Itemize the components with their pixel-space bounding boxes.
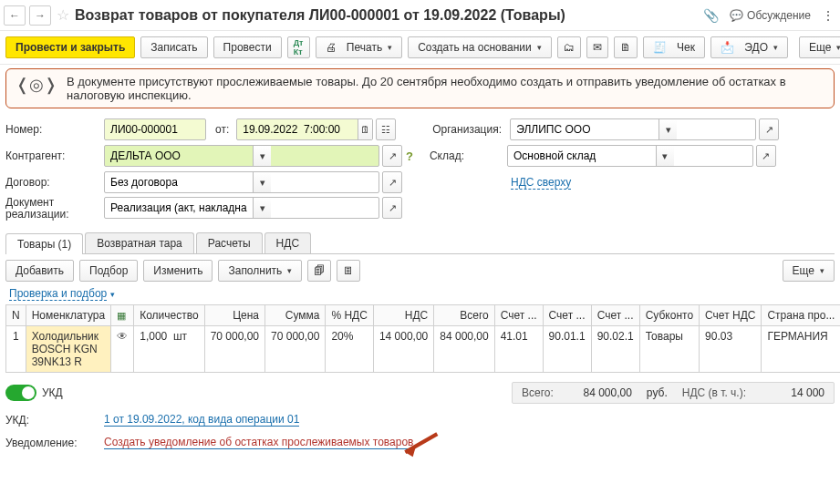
- ukd-link[interactable]: 1 от 19.09.2022, код вида операции 01: [104, 413, 299, 427]
- nav-forward-button[interactable]: →: [29, 5, 51, 26]
- more-menu-icon[interactable]: ⋮: [822, 8, 835, 23]
- dog-open-button[interactable]: ↗: [382, 171, 402, 193]
- fill-button[interactable]: Заполнить▾: [218, 260, 302, 282]
- edit-button[interactable]: Изменить: [143, 260, 213, 282]
- check-and-pick-link[interactable]: Проверка и подбор: [9, 287, 107, 301]
- cell-nomenclature[interactable]: Холодильник BOSCH KGN 39NK13 R: [26, 326, 111, 373]
- chevron-down-icon[interactable]: ▾: [253, 146, 271, 166]
- tab-return-container[interactable]: Возвратная тара: [85, 232, 194, 253]
- wh-open-button[interactable]: ↗: [756, 145, 776, 167]
- toolbar-more-button[interactable]: Еще▾: [799, 36, 840, 58]
- col-acc[interactable]: Счет ...: [494, 305, 543, 326]
- chevron-down-icon[interactable]: ▾: [656, 146, 674, 166]
- cell-n[interactable]: 1: [6, 326, 26, 373]
- discussion-label: Обсуждение: [747, 9, 811, 22]
- counterparty-field[interactable]: ▾: [104, 145, 379, 167]
- col-n[interactable]: N: [6, 305, 26, 326]
- print-button[interactable]: 🖨 Печать▾: [316, 36, 403, 58]
- cell-vat[interactable]: 14 000,00: [373, 326, 433, 373]
- create-notification-link[interactable]: Создать уведомление об остатках прослежи…: [104, 436, 413, 449]
- cell-acc2[interactable]: 90.02.1: [591, 326, 639, 373]
- create-based-on-button[interactable]: Создать на основании▾: [408, 36, 552, 58]
- paste-button[interactable]: 🗏: [337, 260, 360, 282]
- col-nomenclature[interactable]: Номенклатура: [26, 305, 111, 326]
- warning-text: В документе присутствуют прослеживаемые …: [67, 75, 824, 102]
- cell-vat-pct[interactable]: 20%: [326, 326, 373, 373]
- cell-country[interactable]: ГЕРМАНИЯ: [762, 326, 840, 373]
- post-button[interactable]: Провести: [213, 36, 282, 58]
- vat-mode-link[interactable]: НДС сверху: [511, 176, 571, 190]
- dtkt-icon: ДтКт: [294, 38, 304, 57]
- number-field[interactable]: [104, 118, 206, 140]
- contr-open-button[interactable]: ↗: [382, 145, 402, 167]
- edo-button[interactable]: 📩 ЭДО▾: [710, 36, 788, 58]
- goods-toolbar: Добавить Подбор Изменить Заполнить▾ 🗐 🗏 …: [0, 254, 840, 287]
- cell-qty[interactable]: 1,000 шт: [134, 326, 204, 373]
- dtkt-button[interactable]: ДтКт: [287, 36, 310, 58]
- cell-acc-vat[interactable]: 90.03: [700, 326, 762, 373]
- calendar-icon[interactable]: 🗓: [358, 119, 372, 139]
- number-label: Номер:: [5, 123, 104, 136]
- cell-trace-icon[interactable]: 👁: [111, 326, 134, 373]
- chevron-down-icon[interactable]: ▾: [253, 198, 271, 218]
- total-value: 84 000,00: [568, 386, 632, 399]
- cell-subconto[interactable]: Товары: [639, 326, 699, 373]
- real-open-button[interactable]: ↗: [382, 197, 402, 219]
- col-acc-vat[interactable]: Счет НДС: [700, 305, 762, 326]
- tab-calculations[interactable]: Расчеты: [196, 232, 263, 253]
- realization-doc-field[interactable]: ▾: [104, 197, 379, 219]
- contract-field[interactable]: ▾: [104, 171, 379, 193]
- date-field[interactable]: 🗓: [236, 118, 373, 140]
- cell-sum[interactable]: 70 000,00: [265, 326, 326, 373]
- col-trace[interactable]: ▦: [111, 305, 134, 326]
- col-vat[interactable]: НДС: [373, 305, 433, 326]
- cell-acc1[interactable]: 90.01.1: [543, 326, 591, 373]
- wh-label: Склад:: [430, 149, 507, 162]
- date-ext-button[interactable]: ☷: [376, 118, 396, 140]
- col-qty[interactable]: Количество: [134, 305, 204, 326]
- org-open-button[interactable]: ↗: [759, 118, 779, 140]
- cell-price[interactable]: 70 000,00: [204, 326, 264, 373]
- copy-button[interactable]: 🗐: [307, 260, 331, 282]
- ukd-toggle[interactable]: [5, 385, 36, 401]
- col-sum[interactable]: Сумма: [265, 305, 326, 326]
- vat-total-label: НДС (в т. ч.):: [682, 386, 746, 399]
- attach-icon[interactable]: 📎: [703, 8, 719, 23]
- org-field[interactable]: ▾: [510, 118, 756, 140]
- warehouse-field[interactable]: ▾: [507, 145, 753, 167]
- help-icon[interactable]: ?: [406, 149, 413, 163]
- col-vat-pct[interactable]: % НДС: [326, 305, 373, 326]
- add-row-button[interactable]: Добавить: [5, 260, 74, 282]
- realization-label: Документ реализации:: [5, 197, 104, 221]
- receipt-icon: 🧾: [653, 41, 667, 54]
- col-total[interactable]: Всего: [434, 305, 494, 326]
- org-label: Организация:: [432, 123, 510, 136]
- favorite-icon[interactable]: ☆: [57, 6, 69, 24]
- tab-goods[interactable]: Товары (1): [5, 233, 83, 254]
- chevron-down-icon: ▾: [110, 290, 115, 299]
- table-row[interactable]: 1 Холодильник BOSCH KGN 39NK13 R 👁 1,000…: [6, 326, 841, 373]
- col-country[interactable]: Страна про...: [762, 305, 840, 326]
- cell-acc[interactable]: 41.01: [494, 326, 543, 373]
- related-docs-button[interactable]: 🗂: [557, 36, 581, 58]
- discussion-button[interactable]: 💬 Обсуждение: [730, 9, 811, 22]
- save-button[interactable]: Записать: [140, 36, 207, 58]
- sheet-button[interactable]: 🗎: [614, 36, 638, 58]
- col-acc1[interactable]: Счет ...: [543, 305, 591, 326]
- goods-more-button[interactable]: Еще▾: [783, 260, 835, 282]
- email-button[interactable]: ✉: [586, 36, 608, 58]
- receipt-button[interactable]: 🧾 Чек: [643, 36, 705, 58]
- col-acc2[interactable]: Счет ...: [591, 305, 639, 326]
- window-header: ← → ☆ Возврат товаров от покупателя ЛИ00…: [0, 0, 840, 31]
- chevron-down-icon[interactable]: ▾: [659, 119, 677, 139]
- pick-button[interactable]: Подбор: [79, 260, 138, 282]
- post-and-close-button[interactable]: Провести и закрыть: [5, 36, 135, 58]
- col-subconto[interactable]: Субконто: [639, 305, 699, 326]
- chevron-down-icon[interactable]: ▾: [253, 172, 271, 192]
- col-price[interactable]: Цена: [204, 305, 264, 326]
- ukd-label: УКД:: [5, 414, 104, 427]
- cell-total[interactable]: 84 000,00: [434, 326, 494, 373]
- nav-back-button[interactable]: ←: [4, 5, 26, 26]
- tab-vat[interactable]: НДС: [264, 232, 311, 253]
- total-label: Всего:: [522, 386, 554, 399]
